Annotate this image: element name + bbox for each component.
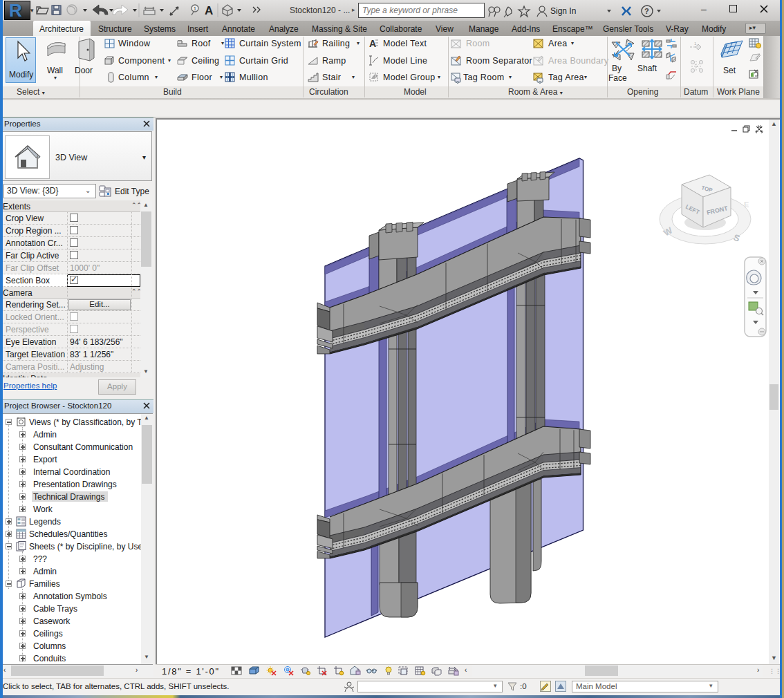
svg-text:Sign In: Sign In (550, 6, 576, 16)
svg-text:1: 1 (694, 41, 697, 46)
svg-text:A: A (205, 4, 213, 17)
svg-text:E: E (744, 200, 749, 209)
svg-text:A: A (369, 38, 376, 49)
svg-text:?: ? (644, 7, 649, 15)
svg-text:1: 1 (194, 6, 196, 11)
